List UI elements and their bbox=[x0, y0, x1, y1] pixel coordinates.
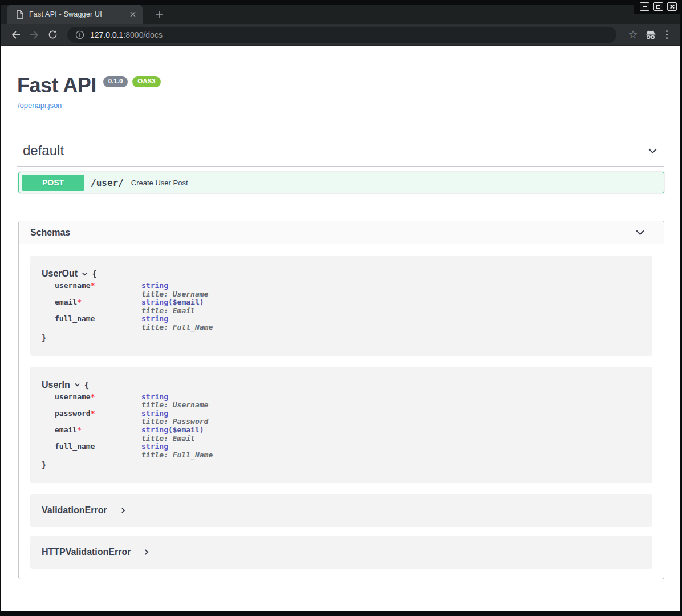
schemas-section: Schemas UserOut { username* bbox=[18, 221, 664, 579]
property-type: string bbox=[141, 281, 168, 290]
close-brace: } bbox=[42, 460, 641, 469]
required-star: * bbox=[91, 392, 95, 401]
maximize-icon bbox=[656, 5, 660, 9]
browser-toolbar: 127.0.0.1:8000/docs ☆ bbox=[1, 24, 680, 46]
property-title: title: Username bbox=[141, 290, 208, 299]
property-name: username bbox=[55, 392, 91, 401]
property-type: string bbox=[141, 298, 168, 306]
chevron-down-icon[interactable] bbox=[647, 145, 659, 157]
plus-icon bbox=[155, 10, 163, 18]
maximize-button[interactable] bbox=[653, 2, 663, 11]
close-brace: } bbox=[42, 333, 641, 342]
property-type: string bbox=[141, 442, 168, 451]
property-name: email bbox=[55, 298, 77, 306]
reload-button[interactable] bbox=[43, 26, 62, 44]
document-icon bbox=[16, 10, 23, 19]
version-badge: 0.1.0 bbox=[103, 76, 128, 87]
schemas-body: UserOut { username* string title: Userna… bbox=[19, 244, 664, 579]
property-row: full_name string title: Full_Name bbox=[55, 443, 641, 459]
property-title: title: Email bbox=[141, 307, 204, 315]
chevron-down-icon[interactable] bbox=[82, 271, 88, 277]
property-type: string bbox=[141, 392, 168, 401]
incognito-icon bbox=[644, 29, 657, 40]
property-format: ($email) bbox=[168, 425, 204, 434]
open-brace: { bbox=[84, 380, 89, 390]
property-title: title: Username bbox=[141, 401, 208, 410]
window-frame: Fast API - Swagger UI 127.0.0.1:8000/ bbox=[0, 0, 682, 616]
property-name: full_name bbox=[55, 442, 95, 451]
model-httpvalidationerror[interactable]: HTTPValidationError bbox=[30, 536, 652, 569]
property-name: password bbox=[55, 409, 91, 418]
oas3-badge: OAS3 bbox=[132, 76, 160, 87]
operation-post-user[interactable]: POST /user/ Create User Post bbox=[18, 172, 664, 193]
incognito-indicator bbox=[642, 26, 660, 44]
chevron-right-icon[interactable] bbox=[143, 549, 150, 556]
url-text: 127.0.0.1:8000/docs bbox=[90, 30, 163, 39]
required-star: * bbox=[77, 425, 82, 434]
browser-menu-button[interactable] bbox=[660, 30, 673, 39]
property-type: string bbox=[141, 314, 168, 323]
chevron-down-icon[interactable] bbox=[634, 226, 646, 238]
open-brace: { bbox=[92, 269, 96, 278]
model-userout: UserOut { username* string title: Userna… bbox=[30, 256, 652, 356]
browser-window: Fast API - Swagger UI 127.0.0.1:8000/ bbox=[1, 0, 680, 611]
window-controls bbox=[634, 0, 680, 14]
forward-button[interactable] bbox=[25, 26, 43, 44]
new-tab-button[interactable] bbox=[152, 7, 167, 22]
kebab-menu-icon bbox=[666, 30, 668, 32]
chevron-down-icon[interactable] bbox=[74, 382, 80, 388]
titlebar bbox=[1, 0, 680, 5]
operation-path: /user/ bbox=[91, 177, 124, 188]
method-badge: POST bbox=[22, 175, 84, 191]
model-userin: UserIn { username* string title: Usernam… bbox=[30, 367, 652, 484]
kebab-menu-icon bbox=[666, 34, 668, 35]
api-info: Fast API 0.1.0 OAS3 /openapi.json bbox=[17, 75, 664, 110]
required-star: * bbox=[77, 298, 82, 306]
schemas-header[interactable]: Schemas bbox=[19, 221, 664, 244]
page-title: Fast API bbox=[17, 75, 96, 96]
tab-close-icon[interactable] bbox=[128, 9, 138, 19]
tab-title: Fast API - Swagger UI bbox=[29, 10, 128, 18]
property-row: full_name string title: Full_Name bbox=[55, 315, 641, 331]
property-type: string bbox=[141, 425, 168, 434]
model-name: UserIn bbox=[42, 380, 70, 390]
minimize-button[interactable] bbox=[640, 2, 649, 11]
star-icon: ☆ bbox=[628, 29, 638, 40]
property-row: username* string title: Username bbox=[55, 393, 641, 410]
model-validationerror[interactable]: ValidationError bbox=[30, 494, 652, 527]
property-format: ($email) bbox=[168, 298, 204, 306]
forward-icon bbox=[29, 29, 40, 40]
back-icon bbox=[10, 29, 22, 40]
minimize-icon bbox=[643, 6, 647, 7]
required-star: * bbox=[91, 409, 95, 418]
bookmark-star-button[interactable]: ☆ bbox=[624, 28, 642, 41]
property-row: username* string title: Username bbox=[55, 282, 641, 298]
property-name: full_name bbox=[55, 314, 95, 323]
property-type: string bbox=[141, 409, 168, 418]
property-title: title: Password bbox=[141, 418, 208, 426]
property-name: email bbox=[55, 425, 77, 434]
chevron-right-icon[interactable] bbox=[120, 507, 127, 514]
property-row: email* string($email) title: Email bbox=[55, 426, 641, 443]
reload-icon bbox=[47, 29, 58, 40]
model-name: UserOut bbox=[42, 269, 78, 279]
tab-strip: Fast API - Swagger UI bbox=[1, 5, 680, 24]
tag-name: default bbox=[23, 143, 64, 159]
browser-tab[interactable]: Fast API - Swagger UI bbox=[7, 5, 143, 24]
operation-summary: Create User Post bbox=[131, 178, 188, 187]
tag-section-header[interactable]: default bbox=[17, 143, 664, 167]
property-title: title: Email bbox=[141, 435, 204, 443]
url-path: :8000/docs bbox=[123, 30, 163, 39]
back-button[interactable] bbox=[7, 26, 25, 44]
model-name: HTTPValidationError bbox=[42, 547, 131, 557]
kebab-menu-icon bbox=[666, 37, 668, 39]
openapi-spec-link[interactable]: /openapi.json bbox=[18, 101, 62, 110]
property-name: username bbox=[55, 281, 91, 290]
property-title: title: Full_Name bbox=[141, 323, 213, 332]
address-bar[interactable]: 127.0.0.1:8000/docs bbox=[67, 27, 616, 43]
model-name: ValidationError bbox=[42, 505, 107, 516]
close-icon bbox=[669, 4, 675, 9]
close-button[interactable] bbox=[667, 2, 677, 11]
url-host: 127.0.0.1 bbox=[90, 30, 123, 39]
property-title: title: Full_Name bbox=[141, 451, 213, 460]
